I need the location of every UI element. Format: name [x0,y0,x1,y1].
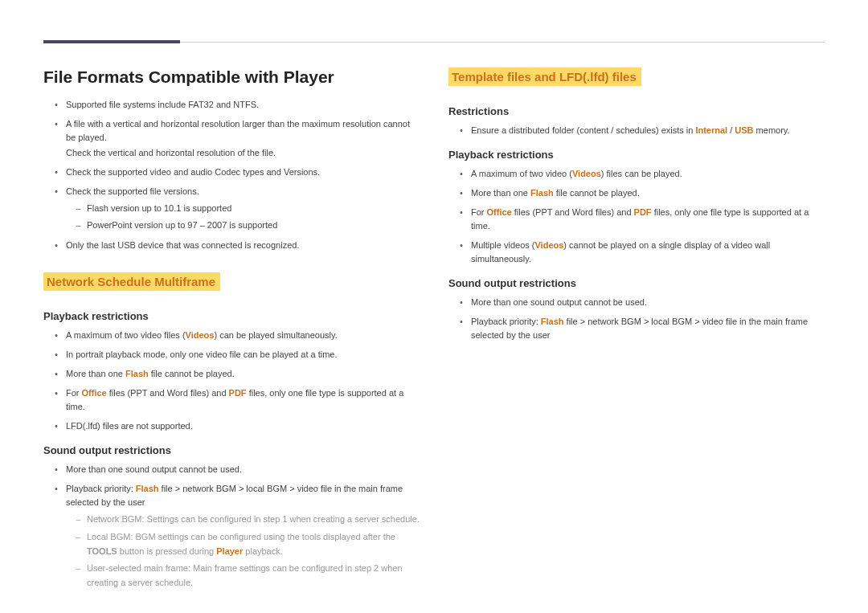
text: For [66,388,82,398]
bold-tools: TOOLS [87,546,117,556]
list-item: More than one sound output cannot be use… [460,296,825,309]
content-columns: File Formats Compatible with Player Supp… [43,67,825,595]
list-item: Supported file systems include FAT32 and… [55,98,420,112]
bullet-list: Ensure a distributed folder (content / s… [448,124,825,137]
list-item: Check the supported file versions. Flash… [55,185,420,233]
list-item: Playback priority: Flash file > network … [55,482,420,590]
text: Multiple videos ( [471,240,534,250]
list-item: Multiple videos (Videos) cannot be playe… [460,239,825,266]
left-column: File Formats Compatible with Player Supp… [43,67,420,595]
text: ) files can be played. [601,169,682,178]
dash-item: Network BGM: Settings can be configured … [76,513,420,527]
accent-office: Office [82,388,107,398]
text: file cannot be played. [149,369,235,378]
list-item: More than one Flash file cannot be playe… [55,367,420,381]
text: files (PPT and Word files) and [107,388,229,398]
accent-videos: Videos [534,240,563,250]
accent-pdf: PDF [229,388,247,398]
list-item: Only the last USB device that was connec… [55,239,420,252]
section-network-schedule: Network Schedule Multiframe [43,272,220,291]
list-item: A maximum of two video files (Videos) ca… [55,329,420,342]
accent-pdf: PDF [634,207,652,217]
accent-usb: USB [735,125,753,135]
subsection-sound-output-restrictions-r: Sound output restrictions [448,277,825,289]
list-item-text: Check the supported file versions. [66,186,199,196]
accent-flash: Flash [541,317,564,326]
list-item: A file with a vertical and horizontal re… [55,117,420,160]
top-bullet-list: Supported file systems include FAT32 and… [43,98,420,252]
section-template-lfd: Template files and LFD(.lfd) files [448,67,641,86]
list-item-text: A file with a vertical and horizontal re… [66,119,410,142]
subsection-sound-output-restrictions: Sound output restrictions [43,444,420,456]
subsection-restrictions: Restrictions [448,105,825,117]
list-item: Check the supported video and audio Code… [55,166,420,179]
text: Playback priority: [66,484,136,493]
text: memory. [754,125,790,135]
list-item-subnote: Check the vertical and horizontal resolu… [66,146,420,160]
list-item: Playback priority: Flash file > network … [460,315,825,342]
dash-sublist-gray: Network BGM: Settings can be configured … [66,513,420,590]
list-item: For Office files (PPT and Word files) an… [460,206,825,233]
accent-office: Office [487,207,512,217]
accent-flash: Flash [530,188,554,198]
text: playback. [243,546,283,556]
text: Ensure a distributed folder (content / s… [471,125,695,135]
text: For [471,207,487,217]
header-rule [43,40,825,43]
text: A maximum of two video files ( [66,330,186,340]
right-column: Template files and LFD(.lfd) files Restr… [448,67,825,595]
text: More than one [66,369,125,378]
text: Playback priority: [471,317,541,326]
accent-flash: Flash [136,484,159,493]
dash-item: Flash version up to 10.1 is supported [76,202,420,216]
list-item: In portrait playback mode, only one vide… [55,348,420,362]
dash-item: User-selected main frame: Main frame set… [76,562,420,590]
dash-item: Local BGM: BGM settings can be configure… [76,530,420,558]
text: file cannot be played. [554,188,640,198]
page-title: File Formats Compatible with Player [43,67,420,87]
accent-videos: Videos [572,169,601,178]
list-item: LFD(.lfd) files are not supported. [55,419,420,433]
bullet-list: A maximum of two video files (Videos) ca… [43,329,420,433]
list-item: For Office files (PPT and Word files) an… [55,386,420,414]
dash-item: PowerPoint version up to 97 – 2007 is su… [76,219,420,233]
text: ) can be played simultaneously. [214,330,337,340]
text: files (PPT and Word files) and [512,207,634,217]
text: button is pressed during [117,546,217,556]
dash-sublist: Flash version up to 10.1 is supported Po… [66,202,420,233]
accent-flash: Flash [125,369,149,378]
text: A maximum of two video ( [471,169,572,178]
list-item: A maximum of two video (Videos) files ca… [460,167,825,181]
accent-player: Player [216,546,243,556]
subsection-playback-restrictions: Playback restrictions [43,310,420,322]
header-rule-thick [43,40,180,43]
text: More than one [471,188,530,198]
accent-internal: Internal [695,125,727,135]
bullet-list: More than one sound output cannot be use… [448,296,825,342]
bullet-list: A maximum of two video (Videos) files ca… [448,167,825,266]
accent-videos: Videos [186,330,215,340]
list-item: Ensure a distributed folder (content / s… [460,124,825,137]
list-item: More than one Flash file cannot be playe… [460,186,825,200]
list-item: More than one sound output cannot be use… [55,463,420,476]
header-rule-thin [180,42,825,43]
text: / [727,125,735,135]
bullet-list: More than one sound output cannot be use… [43,463,420,590]
text: Local BGM: BGM settings can be configure… [87,532,395,541]
subsection-playback-restrictions-r: Playback restrictions [448,149,825,161]
